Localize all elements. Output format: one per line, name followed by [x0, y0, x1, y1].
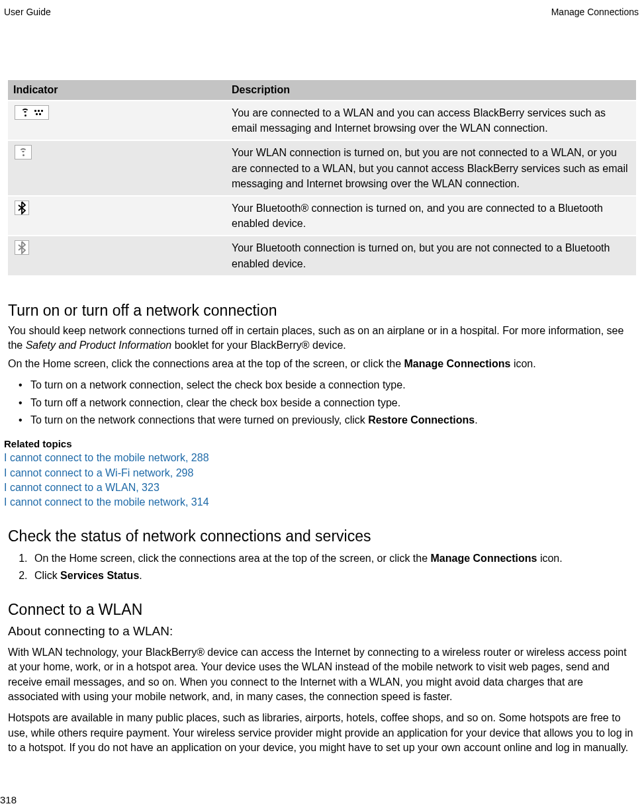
text: .: [139, 570, 142, 581]
text: .: [475, 414, 477, 426]
ordered-steps: On the Home screen, click the connection…: [4, 549, 640, 584]
cell-description: You are connected to a WLAN and you can …: [226, 101, 636, 140]
text: To turn on the network connections that …: [30, 414, 368, 426]
related-topics-heading: Related topics: [4, 438, 640, 449]
text: icon.: [537, 553, 562, 564]
wifi-bb-icon: [15, 105, 49, 120]
text: Click: [34, 570, 60, 581]
th-description: Description: [226, 80, 636, 101]
heading-connect-wlan: Connect to a WLAN: [4, 601, 640, 619]
page-header: User Guide Manage Connections: [4, 7, 640, 17]
header-left: User Guide: [4, 7, 51, 17]
paragraph: Hotspots are available in many public pl…: [4, 711, 640, 755]
page-number: 318: [0, 794, 17, 805]
text: icon.: [510, 358, 535, 369]
list-item: To turn off a network connection, clear …: [30, 395, 636, 412]
text: On the Home screen, click the connection…: [34, 553, 431, 564]
list-item: To turn on a network connection, select …: [30, 377, 636, 394]
related-link[interactable]: I cannot connect to the mobile network, …: [4, 451, 640, 465]
text: To turn on a network connection, select …: [30, 379, 406, 390]
related-links: I cannot connect to the mobile network, …: [4, 451, 640, 510]
table-row: Your WLAN connection is turned on, but y…: [8, 140, 636, 196]
related-link[interactable]: I cannot connect to a Wi-Fi network, 298: [4, 466, 640, 480]
cell-description: Your Bluetooth® connection is turned on,…: [226, 196, 636, 236]
text: To turn off a network connection, clear …: [30, 397, 400, 408]
list-item: To turn on the network connections that …: [30, 412, 636, 429]
indicator-table: Indicator Description You are connected …: [8, 80, 636, 277]
paragraph: You should keep network connections turn…: [4, 324, 640, 353]
paragraph: On the Home screen, click the connection…: [4, 357, 640, 371]
bluetooth-dim-icon: [15, 240, 29, 255]
list-item: Click Services Status.: [30, 568, 636, 584]
cell-description: Your WLAN connection is turned on, but y…: [226, 140, 636, 196]
cell-description: Your Bluetooth connection is turned on, …: [226, 236, 636, 275]
related-link[interactable]: I cannot connect to a WLAN, 323: [4, 480, 640, 495]
text-bold: Manage Connections: [431, 553, 537, 564]
subheading-about-wlan: About connecting to a WLAN:: [4, 624, 640, 639]
header-right: Manage Connections: [551, 7, 639, 17]
heading-check-status: Check the status of network connections …: [4, 527, 640, 545]
text-italic: Safety and Product Information: [26, 339, 172, 351]
bullet-list: To turn on a network connection, select …: [4, 376, 640, 429]
text: On the Home screen, click the connection…: [8, 358, 404, 369]
table-row: You are connected to a WLAN and you can …: [8, 101, 636, 140]
table-row: Your Bluetooth connection is turned on, …: [8, 236, 636, 275]
table-row: Your Bluetooth® connection is turned on,…: [8, 196, 636, 236]
wifi-dim-icon: [15, 145, 32, 159]
text-bold: Services Status: [60, 570, 139, 581]
list-item: On the Home screen, click the connection…: [30, 551, 636, 566]
th-indicator: Indicator: [8, 80, 226, 101]
related-link[interactable]: I cannot connect to the mobile network, …: [4, 495, 640, 510]
text-bold: Manage Connections: [404, 358, 511, 369]
heading-turn-on-off: Turn on or turn off a network connection: [4, 302, 640, 320]
paragraph: With WLAN technology, your BlackBerry® d…: [4, 645, 640, 705]
text: booklet for your BlackBerry® device.: [171, 339, 345, 351]
bluetooth-on-icon: [15, 201, 29, 215]
text-bold: Restore Connections: [368, 414, 475, 426]
